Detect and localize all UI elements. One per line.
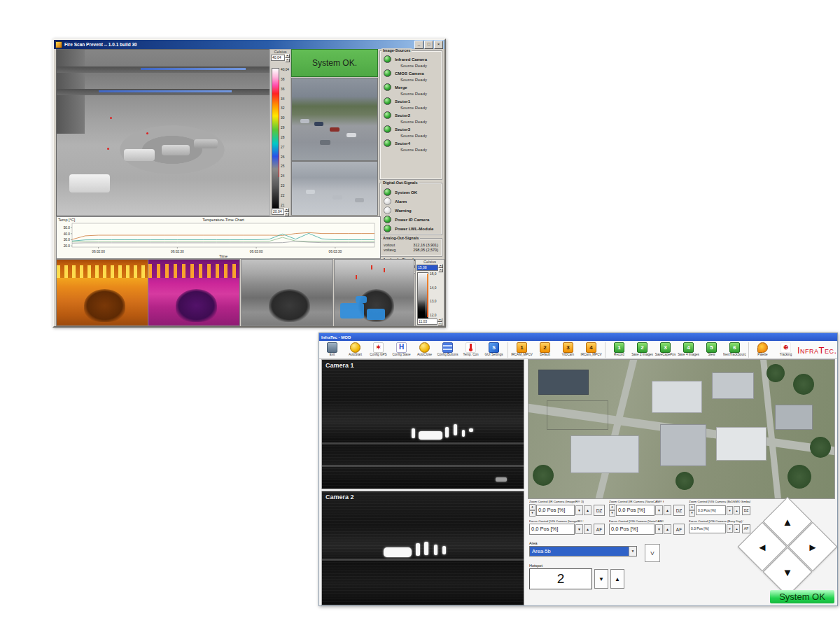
toolbar-button-ircam-mpcv[interactable]: 1IRCAM_MPCV (510, 342, 533, 357)
toolbar-button-save-2-images[interactable]: 2Save 2 Images (631, 342, 654, 357)
grayscale-alarm-thumbnail[interactable] (334, 259, 414, 326)
control-group: Zoom Control [IR Camera (VarioCAM® HD)]▲… (609, 500, 685, 517)
toolbar-button-savecapepos[interactable]: 3SaveCapePos (654, 342, 677, 357)
af-button[interactable]: AF (673, 524, 685, 535)
arrow-right-icon: ► (808, 541, 818, 552)
af-button[interactable]: AF (594, 524, 605, 535)
arrow-down-icon: ▼ (783, 566, 793, 577)
toolbar-button-autostart[interactable]: AutoStart (344, 342, 367, 357)
position-spinner[interactable]: ▲▼ (609, 504, 615, 517)
scale-tick: 15,0 (430, 272, 442, 276)
close-button[interactable]: × (434, 41, 443, 49)
toolbar-button-ircam-mpcv[interactable]: 4IRCam_MPCV (580, 342, 603, 357)
spin-down-icon[interactable]: ▼ (438, 268, 443, 272)
toolbar-button-record[interactable]: 1Record (608, 342, 631, 357)
dropdown-button[interactable]: ▼ (575, 524, 583, 534)
camera2-view[interactable]: Camera 2 (321, 491, 524, 606)
maximize-button[interactable]: □ (424, 41, 433, 49)
toolbar-button-nexttracksource[interactable]: 6NextTrackSource (723, 342, 746, 357)
spin-down-icon[interactable]: ▼ (284, 212, 289, 216)
step-up-button[interactable]: ▲ (664, 505, 671, 515)
aerial-map[interactable] (528, 359, 835, 499)
step-up-button[interactable]: ▲ (584, 524, 592, 534)
toolbar-button-vidcam[interactable]: 3VIDCam (556, 342, 580, 357)
toolbar-button-temp-con[interactable]: Temp. Con (459, 342, 482, 357)
step-up-button[interactable]: ▲ (584, 505, 592, 515)
scale-max-value[interactable]: 40,04 (271, 55, 285, 61)
hotspot-controls: 2 ▼ ▲ (529, 568, 624, 589)
position-value[interactable]: 0.0 Pos [%] (696, 505, 726, 515)
position-value[interactable]: 0,0 Pos [%] (609, 524, 654, 535)
position-value[interactable]: 0.0 Pos [%] (689, 524, 726, 533)
car-shape (346, 133, 356, 137)
control-group: Focus Control [VIS Camera (ImageIR® 3)]0… (529, 519, 605, 535)
scale-tick: 26 (281, 155, 289, 159)
toolbar-button-default[interactable]: 2Default (533, 342, 556, 357)
window2-title-bar[interactable]: InfraTec - MOD (319, 333, 837, 341)
dropdown-button[interactable]: ▼ (655, 505, 663, 515)
spin-up-icon[interactable]: ▲ (689, 504, 695, 510)
toolbar-button-gui-settings[interactable]: SGUI Settings (482, 342, 505, 357)
scale-max-value[interactable]: 15,08 (416, 265, 438, 271)
spin-down-icon[interactable]: ▼ (529, 510, 536, 517)
dropdown-button[interactable]: ▼ (655, 524, 663, 534)
source-item: MergeSource Ready (384, 83, 440, 96)
scale-min-value[interactable]: 11,03 (417, 318, 438, 325)
scale-min-spinner[interactable]: 11,03 ▲ ▼ (417, 318, 442, 325)
cmos-camera-view-2[interactable] (291, 161, 378, 216)
infratec-logo: InfraTec. (797, 345, 837, 356)
toolbar-button-config-gps[interactable]: ✶Config GPS (367, 342, 390, 357)
position-spinner[interactable]: ▲▼ (689, 504, 695, 517)
grayscale-thumbnail[interactable] (241, 259, 333, 326)
dropdown-button[interactable]: ▼ (727, 524, 733, 533)
dz-button[interactable]: DZ (673, 505, 685, 516)
step-up-button[interactable]: ▲ (664, 524, 671, 534)
spin-down-icon[interactable]: ▼ (438, 322, 442, 326)
toolbar-button-palette[interactable]: Palette (751, 342, 774, 357)
status-led-icon (384, 97, 391, 105)
scale-tick-labels: 15,014,013,012,0 (428, 272, 442, 317)
digital-signal: Power IR Camera (384, 216, 440, 223)
toolbar-button-config-buttons[interactable]: Config Buttons (436, 342, 459, 357)
toolbar-button-save-4-images[interactable]: 4Save 4 Images (677, 342, 700, 357)
spin-up-icon[interactable]: ▲ (529, 504, 536, 510)
spin-down-icon[interactable]: ▼ (609, 510, 615, 517)
scale-max-spinner[interactable]: 40,04 ▲ ▼ (271, 55, 290, 61)
toolbar-button-tracking[interactable]: ⊕Tracking (774, 342, 797, 357)
scale-max-spinner[interactable]: 15,08 ▲ ▼ (416, 265, 443, 271)
toolbar-button-slew[interactable]: 5Slew (700, 342, 723, 357)
cmos-camera-view[interactable] (291, 78, 378, 161)
toolbar-button-exit[interactable]: Exit (321, 342, 344, 357)
spin-up-icon[interactable]: ▲ (609, 504, 615, 510)
scale-min-spinner[interactable]: 20,04 ▲ ▼ (272, 209, 289, 215)
position-value[interactable]: 0,0 Pos [%] (616, 505, 654, 516)
control-label: Zoom Control [VIS Camera (Basy Digi) Vis (689, 500, 731, 503)
source-label: Sector4 (395, 141, 410, 146)
temperature-time-chart[interactable]: Temperature-Time ChartTemp [°C]50.040.03… (56, 216, 381, 259)
camera1-view[interactable]: Camera 1 (321, 359, 524, 489)
camera1-label: Camera 1 (326, 362, 354, 369)
dropdown-button[interactable]: ▼ (575, 505, 583, 515)
thermal-thumbnail-iron[interactable] (56, 259, 148, 326)
toolbar-button-autoclose[interactable]: AutoClose (413, 342, 436, 357)
chart-title: Temperature-Time Chart (202, 218, 244, 222)
toolbar-button-config-slave[interactable]: HConfig Slave (390, 342, 413, 357)
position-spinner[interactable]: ▲▼ (529, 504, 536, 517)
position-value[interactable]: 0,0 Pos [%] (536, 505, 575, 516)
v-button[interactable]: V (645, 544, 660, 562)
hotspot-down-button[interactable]: ▼ (594, 569, 608, 589)
hotspot-up-button[interactable]: ▲ (610, 569, 624, 589)
thermal-thumbnail-magenta[interactable] (148, 259, 240, 326)
signal-label: Power LWL-Module (395, 227, 433, 231)
hotspot-value[interactable]: 2 (529, 568, 592, 589)
dropdown-arrow-icon[interactable]: ▼ (629, 547, 636, 556)
minimize-button[interactable]: _ (414, 41, 424, 49)
spin-down-icon[interactable]: ▼ (689, 510, 695, 517)
spin-down-icon[interactable]: ▼ (285, 58, 290, 62)
dropdown-button[interactable]: ▼ (727, 506, 733, 514)
scale-min-value[interactable]: 20,04 (272, 209, 284, 215)
area-select[interactable]: Area-5b ▼ (529, 546, 637, 556)
main-thermal-view[interactable] (56, 49, 271, 216)
dz-button[interactable]: DZ (594, 505, 605, 516)
position-value[interactable]: 0,0 Pos [%] (529, 524, 575, 535)
